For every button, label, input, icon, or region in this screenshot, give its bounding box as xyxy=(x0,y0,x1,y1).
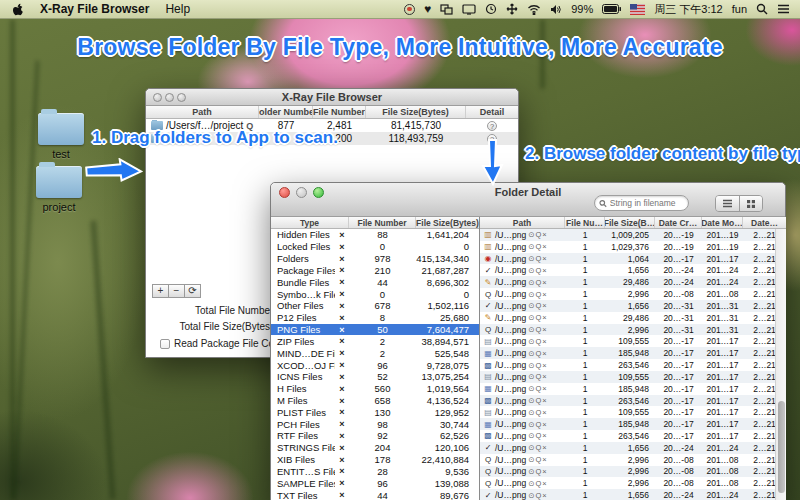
file-row[interactable]: ✎/U…png⊙Q× 1 29,486 20…-31 201…31 2…21 xyxy=(480,312,786,324)
file-row[interactable]: ✓/U…png⊙Q× 1 1,656 20…-24 201…24 2…21 xyxy=(480,264,786,276)
file-type-row[interactable]: P12 Files × 8 25,680 xyxy=(271,312,479,324)
column-header[interactable]: File Size(B… xyxy=(605,217,655,228)
row-action-icons[interactable]: ⊙Q× xyxy=(528,301,548,310)
file-row[interactable]: ✎/U…png⊙Q× 1 29,486 20…-24 201…24 2…21 xyxy=(480,276,786,288)
volume-icon[interactable] xyxy=(550,2,562,17)
refresh-button[interactable]: ⟳ xyxy=(184,284,201,298)
file-row[interactable]: ▩/U…png⊙Q× 1 263,546 20…-17 201…17 2…21 xyxy=(480,430,786,442)
read-package-checkbox[interactable] xyxy=(160,339,170,349)
row-action-icons[interactable]: ⊙Q× xyxy=(528,278,548,287)
exclude-type-icon[interactable]: × xyxy=(335,301,349,311)
file-type-row[interactable]: Other Files × 678 1,502,116 xyxy=(271,300,479,312)
wifi-icon[interactable] xyxy=(527,2,541,17)
file-type-row[interactable]: MIND…DE Files × 2 525,548 xyxy=(271,347,479,359)
exclude-type-icon[interactable]: × xyxy=(335,466,349,476)
exclude-type-icon[interactable]: × xyxy=(335,384,349,394)
file-type-row[interactable]: Hidden Files × 88 1,641,204 xyxy=(271,229,479,241)
row-action-icons[interactable]: ⊙Q× xyxy=(528,443,548,452)
file-row[interactable]: ▦/U…png⊙Q× 1 185,948 20…-17 201…17 2…21 xyxy=(480,383,786,395)
exclude-type-icon[interactable]: × xyxy=(335,348,349,358)
file-row[interactable]: ▥/U…png⊙Q× 1 1,009,205 20…-19 201…19 2…2… xyxy=(480,229,786,241)
exclude-type-icon[interactable]: × xyxy=(335,372,349,382)
notification-center-icon[interactable] xyxy=(777,2,790,17)
input-language-flag-icon[interactable] xyxy=(630,2,645,17)
filename-search-field[interactable] xyxy=(594,195,689,211)
row-action-icons[interactable]: ⊙Q× xyxy=(528,254,548,263)
row-action-icons[interactable]: ⊙Q× xyxy=(528,313,548,322)
exclude-type-icon[interactable]: × xyxy=(335,443,349,453)
add-folder-button[interactable]: + xyxy=(152,284,169,298)
file-row[interactable]: ▩/U…png⊙Q× 1 263,546 20…-17 201…17 2…21 xyxy=(480,359,786,371)
column-header[interactable]: Type xyxy=(271,217,349,228)
exclude-type-icon[interactable]: × xyxy=(335,396,349,406)
user-name[interactable]: fun xyxy=(732,3,747,15)
row-action-icons[interactable]: ⊙Q× xyxy=(528,396,548,405)
screen-record-icon[interactable] xyxy=(404,2,415,17)
desktop-icon-test[interactable]: test xyxy=(26,113,96,160)
row-action-icons[interactable]: ⊙Q× xyxy=(528,408,548,417)
file-row[interactable]: ▦/U…png⊙Q× 1 185,948 20…-17 201…17 2…21 xyxy=(480,418,786,430)
file-row[interactable]: ▦/U…png⊙Q× 1 185,948 20…-17 201…17 2…21 xyxy=(480,347,786,359)
row-action-icons[interactable]: ⊙Q× xyxy=(528,337,548,346)
file-row[interactable]: ▤/U…png⊙Q× 1 109,555 20…-17 201…17 2…21 xyxy=(480,335,786,347)
file-row[interactable]: ◉/U…png⊙Q× 1 1,064 20…-17 201…17 2…21 xyxy=(480,253,786,265)
file-type-row[interactable]: ICNS Files × 52 13,075,254 xyxy=(271,371,479,383)
row-action-icons[interactable]: ⊙Q× xyxy=(528,479,548,488)
row-action-icons[interactable]: ⊙Q× xyxy=(528,491,548,500)
exclude-type-icon[interactable]: × xyxy=(335,254,349,264)
exclude-type-icon[interactable]: × xyxy=(335,336,349,346)
column-header[interactable]: File Size(Bytes) xyxy=(366,106,466,118)
file-type-row[interactable]: PLIST Files × 130 129,952 xyxy=(271,406,479,418)
exclude-type-icon[interactable]: × xyxy=(335,230,349,240)
column-header[interactable]: Path xyxy=(146,106,259,118)
row-action-icons[interactable]: ⊙Q× xyxy=(528,431,548,440)
file-row[interactable]: ✓/U…png⊙Q× 1 1,656 20…-31 201…31 2…21 xyxy=(480,300,786,312)
column-header[interactable]: Date… xyxy=(743,217,786,228)
file-type-row[interactable]: Bundle Files × 44 8,696,302 xyxy=(271,276,479,288)
column-header[interactable]: Folder Number xyxy=(259,106,313,118)
column-header[interactable]: File Number xyxy=(313,106,366,118)
menu-item-help[interactable]: Help xyxy=(165,2,190,16)
exclude-type-icon[interactable]: × xyxy=(335,407,349,417)
spotlight-search-icon[interactable] xyxy=(756,2,768,17)
column-header[interactable]: Path xyxy=(480,217,565,228)
file-type-row[interactable]: PNG Files × 50 7,604,477 xyxy=(271,324,479,336)
exclude-type-icon[interactable]: × xyxy=(335,478,349,488)
main-window-titlebar[interactable]: X-Ray File Browser xyxy=(146,89,518,106)
row-action-icons[interactable]: ⊙Q× xyxy=(528,349,548,358)
file-row[interactable]: ▩/U…png⊙Q× 1 263,546 20…-17 201…17 2…21 xyxy=(480,395,786,407)
exclude-type-icon[interactable]: × xyxy=(335,277,349,287)
exclude-type-icon[interactable]: × xyxy=(335,265,349,275)
file-type-row[interactable]: XCOD…OJ Files × 96 9,728,075 xyxy=(271,359,479,371)
file-type-row[interactable]: H Files × 560 1,019,564 xyxy=(271,383,479,395)
column-header[interactable]: Date Mo… xyxy=(702,217,743,228)
file-table-scrollbar[interactable] xyxy=(775,229,786,500)
file-row[interactable]: Q/U…png⊙Q× 1 2,996 20…-08 201…08 2…21 xyxy=(480,477,786,489)
exclude-type-icon[interactable]: × xyxy=(335,313,349,323)
file-row[interactable]: ✓/U…png⊙Q× 1 1,656 20…-24 201…24 2…21 xyxy=(480,442,786,454)
apple-menu-icon[interactable] xyxy=(12,2,24,17)
file-type-row[interactable]: Package Files × 210 21,687,287 xyxy=(271,264,479,276)
file-row[interactable]: ▥/U…png⊙Q× 1 1,029,376 20…-19 201…19 2…2… xyxy=(480,241,786,253)
row-action-icons[interactable]: ⊙Q× xyxy=(528,372,548,381)
row-action-icons[interactable]: ⊙Q× xyxy=(528,467,548,476)
exclude-type-icon[interactable]: × xyxy=(335,325,349,335)
file-type-row[interactable]: XIB Files × 178 22,410,884 xyxy=(271,454,479,466)
file-type-row[interactable]: Locked Files × 0 0 xyxy=(271,241,479,253)
file-type-row[interactable]: STRINGS Files × 204 120,106 xyxy=(271,442,479,454)
file-type-row[interactable]: Symbo…k Files × 0 0 xyxy=(271,288,479,300)
row-action-icons[interactable]: ⊙Q× xyxy=(528,290,548,299)
row-action-icons[interactable]: ⊙Q× xyxy=(528,420,548,429)
exclude-type-icon[interactable]: × xyxy=(335,455,349,465)
exclude-type-icon[interactable]: × xyxy=(335,360,349,370)
exclude-type-icon[interactable]: × xyxy=(335,242,349,252)
time-machine-icon[interactable] xyxy=(485,2,497,17)
file-type-row[interactable]: SAMPLE Files × 96 139,088 xyxy=(271,477,479,489)
row-action-icons[interactable]: ⊙Q× xyxy=(528,242,548,251)
row-action-icons[interactable]: ⊙Q× xyxy=(528,230,548,239)
row-action-icons[interactable]: ⊙Q× xyxy=(528,325,548,334)
file-type-row[interactable]: TXT Files × 44 89,676 xyxy=(271,489,479,500)
column-header[interactable]: Detail xyxy=(466,106,518,118)
menu-app-name[interactable]: X-Ray File Browser xyxy=(40,2,149,16)
exclude-type-icon[interactable]: × xyxy=(335,490,349,500)
